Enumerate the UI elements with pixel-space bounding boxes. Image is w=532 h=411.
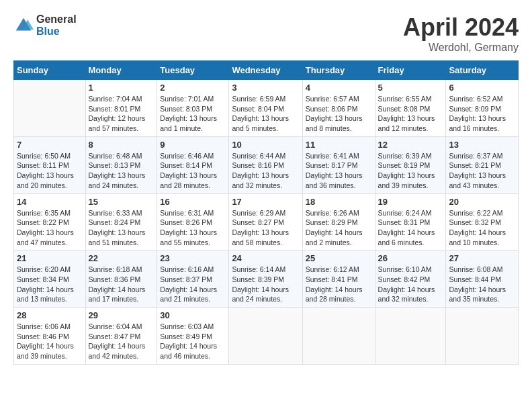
calendar-cell bbox=[446, 308, 519, 365]
day-number: 2 bbox=[160, 83, 226, 93]
day-info: Sunrise: 6:31 AMSunset: 8:26 PMDaylight:… bbox=[160, 208, 226, 248]
day-info: Sunrise: 6:41 AMSunset: 8:17 PMDaylight:… bbox=[306, 151, 372, 191]
header-saturday: Saturday bbox=[446, 61, 519, 80]
day-info: Sunrise: 6:44 AMSunset: 8:16 PMDaylight:… bbox=[232, 151, 299, 191]
day-number: 20 bbox=[449, 197, 515, 207]
day-info: Sunrise: 6:22 AMSunset: 8:32 PMDaylight:… bbox=[449, 208, 515, 248]
calendar-cell: 28Sunrise: 6:06 AMSunset: 8:46 PMDayligh… bbox=[14, 308, 86, 365]
day-info: Sunrise: 6:14 AMSunset: 8:39 PMDaylight:… bbox=[232, 265, 299, 304]
logo: General Blue bbox=[13, 13, 77, 37]
calendar-cell: 12Sunrise: 6:39 AMSunset: 8:19 PMDayligh… bbox=[375, 136, 446, 193]
day-info: Sunrise: 6:48 AMSunset: 8:13 PMDaylight:… bbox=[89, 151, 154, 191]
calendar-cell: 11Sunrise: 6:41 AMSunset: 8:17 PMDayligh… bbox=[302, 136, 375, 193]
day-number: 11 bbox=[306, 140, 372, 150]
day-info: Sunrise: 6:10 AMSunset: 8:42 PMDaylight:… bbox=[378, 265, 443, 304]
day-info: Sunrise: 6:29 AMSunset: 8:27 PMDaylight:… bbox=[232, 208, 299, 248]
calendar-location: Werdohl, Germany bbox=[403, 42, 519, 54]
header-sunday: Sunday bbox=[14, 61, 86, 80]
day-info: Sunrise: 6:46 AMSunset: 8:14 PMDaylight:… bbox=[160, 151, 226, 191]
title-block: April 2024 Werdohl, Germany bbox=[403, 13, 519, 54]
day-info: Sunrise: 6:12 AMSunset: 8:41 PMDaylight:… bbox=[306, 265, 372, 304]
calendar-week-2: 7Sunrise: 6:50 AMSunset: 8:11 PMDaylight… bbox=[14, 136, 519, 193]
day-number: 5 bbox=[378, 83, 443, 93]
calendar-cell: 2Sunrise: 7:01 AMSunset: 8:03 PMDaylight… bbox=[157, 80, 229, 137]
calendar-header-row: SundayMondayTuesdayWednesdayThursdayFrid… bbox=[14, 61, 519, 80]
day-info: Sunrise: 6:20 AMSunset: 8:34 PMDaylight:… bbox=[17, 265, 83, 304]
calendar-cell: 4Sunrise: 6:57 AMSunset: 8:06 PMDaylight… bbox=[302, 80, 375, 137]
day-info: Sunrise: 6:04 AMSunset: 8:47 PMDaylight:… bbox=[89, 322, 154, 361]
calendar-cell bbox=[229, 308, 302, 365]
day-number: 12 bbox=[378, 140, 443, 150]
logo-general-text: General bbox=[36, 13, 77, 26]
day-info: Sunrise: 6:35 AMSunset: 8:22 PMDaylight:… bbox=[17, 208, 83, 248]
calendar-week-5: 28Sunrise: 6:06 AMSunset: 8:46 PMDayligh… bbox=[14, 308, 519, 365]
calendar-cell: 8Sunrise: 6:48 AMSunset: 8:13 PMDaylight… bbox=[85, 136, 157, 193]
day-info: Sunrise: 6:50 AMSunset: 8:11 PMDaylight:… bbox=[17, 151, 83, 191]
logo-icon bbox=[13, 15, 34, 36]
calendar-cell: 25Sunrise: 6:12 AMSunset: 8:41 PMDayligh… bbox=[302, 250, 375, 308]
day-number: 25 bbox=[306, 253, 372, 263]
day-number: 27 bbox=[449, 253, 515, 263]
day-number: 6 bbox=[449, 83, 515, 93]
day-info: Sunrise: 6:03 AMSunset: 8:49 PMDaylight:… bbox=[160, 322, 226, 361]
calendar-cell: 29Sunrise: 6:04 AMSunset: 8:47 PMDayligh… bbox=[85, 308, 157, 365]
page-header: General Blue April 2024 Werdohl, Germany bbox=[13, 13, 519, 54]
calendar-cell: 27Sunrise: 6:08 AMSunset: 8:44 PMDayligh… bbox=[446, 250, 519, 308]
day-number: 7 bbox=[17, 140, 83, 150]
calendar-cell: 5Sunrise: 6:55 AMSunset: 8:08 PMDaylight… bbox=[375, 80, 446, 137]
calendar-table: SundayMondayTuesdayWednesdayThursdayFrid… bbox=[13, 60, 519, 365]
calendar-title: April 2024 bbox=[403, 13, 519, 42]
day-number: 17 bbox=[232, 197, 299, 207]
calendar-cell bbox=[375, 308, 446, 365]
day-number: 9 bbox=[160, 140, 226, 150]
calendar-cell: 20Sunrise: 6:22 AMSunset: 8:32 PMDayligh… bbox=[446, 193, 519, 250]
day-number: 10 bbox=[232, 140, 299, 150]
header-friday: Friday bbox=[375, 61, 446, 80]
header-monday: Monday bbox=[85, 61, 157, 80]
day-number: 24 bbox=[232, 253, 299, 263]
day-info: Sunrise: 6:57 AMSunset: 8:06 PMDaylight:… bbox=[306, 94, 372, 134]
calendar-cell: 26Sunrise: 6:10 AMSunset: 8:42 PMDayligh… bbox=[375, 250, 446, 308]
day-number: 22 bbox=[89, 253, 154, 263]
calendar-cell: 16Sunrise: 6:31 AMSunset: 8:26 PMDayligh… bbox=[157, 193, 229, 250]
day-info: Sunrise: 7:01 AMSunset: 8:03 PMDaylight:… bbox=[160, 94, 226, 134]
day-info: Sunrise: 6:55 AMSunset: 8:08 PMDaylight:… bbox=[378, 94, 443, 134]
day-info: Sunrise: 6:37 AMSunset: 8:21 PMDaylight:… bbox=[449, 151, 515, 191]
day-number: 3 bbox=[232, 83, 299, 93]
day-info: Sunrise: 6:06 AMSunset: 8:46 PMDaylight:… bbox=[17, 322, 83, 361]
day-number: 21 bbox=[17, 253, 83, 263]
calendar-cell: 10Sunrise: 6:44 AMSunset: 8:16 PMDayligh… bbox=[229, 136, 302, 193]
day-info: Sunrise: 6:16 AMSunset: 8:37 PMDaylight:… bbox=[160, 265, 226, 304]
calendar-cell: 1Sunrise: 7:04 AMSunset: 8:01 PMDaylight… bbox=[85, 80, 157, 137]
day-info: Sunrise: 6:18 AMSunset: 8:36 PMDaylight:… bbox=[89, 265, 154, 304]
calendar-cell: 14Sunrise: 6:35 AMSunset: 8:22 PMDayligh… bbox=[14, 193, 86, 250]
calendar-cell: 13Sunrise: 6:37 AMSunset: 8:21 PMDayligh… bbox=[446, 136, 519, 193]
day-info: Sunrise: 6:39 AMSunset: 8:19 PMDaylight:… bbox=[378, 151, 443, 191]
calendar-week-4: 21Sunrise: 6:20 AMSunset: 8:34 PMDayligh… bbox=[14, 250, 519, 308]
day-info: Sunrise: 7:04 AMSunset: 8:01 PMDaylight:… bbox=[89, 94, 154, 134]
day-number: 15 bbox=[89, 197, 154, 207]
calendar-cell: 15Sunrise: 6:33 AMSunset: 8:24 PMDayligh… bbox=[85, 193, 157, 250]
calendar-cell: 23Sunrise: 6:16 AMSunset: 8:37 PMDayligh… bbox=[157, 250, 229, 308]
day-info: Sunrise: 6:33 AMSunset: 8:24 PMDaylight:… bbox=[89, 208, 154, 248]
day-number: 13 bbox=[449, 140, 515, 150]
day-info: Sunrise: 6:24 AMSunset: 8:31 PMDaylight:… bbox=[378, 208, 443, 248]
day-number: 28 bbox=[17, 310, 83, 320]
calendar-cell: 21Sunrise: 6:20 AMSunset: 8:34 PMDayligh… bbox=[14, 250, 86, 308]
calendar-cell: 24Sunrise: 6:14 AMSunset: 8:39 PMDayligh… bbox=[229, 250, 302, 308]
calendar-cell: 9Sunrise: 6:46 AMSunset: 8:14 PMDaylight… bbox=[157, 136, 229, 193]
logo-text: General Blue bbox=[36, 13, 77, 37]
header-thursday: Thursday bbox=[302, 61, 375, 80]
calendar-cell: 19Sunrise: 6:24 AMSunset: 8:31 PMDayligh… bbox=[375, 193, 446, 250]
day-number: 19 bbox=[378, 197, 443, 207]
calendar-cell: 6Sunrise: 6:52 AMSunset: 8:09 PMDaylight… bbox=[446, 80, 519, 137]
day-info: Sunrise: 6:52 AMSunset: 8:09 PMDaylight:… bbox=[449, 94, 515, 134]
day-number: 29 bbox=[89, 310, 154, 320]
header-tuesday: Tuesday bbox=[157, 61, 229, 80]
calendar-week-3: 14Sunrise: 6:35 AMSunset: 8:22 PMDayligh… bbox=[14, 193, 519, 250]
day-number: 14 bbox=[17, 197, 83, 207]
calendar-cell: 17Sunrise: 6:29 AMSunset: 8:27 PMDayligh… bbox=[229, 193, 302, 250]
calendar-cell: 22Sunrise: 6:18 AMSunset: 8:36 PMDayligh… bbox=[85, 250, 157, 308]
day-info: Sunrise: 6:59 AMSunset: 8:04 PMDaylight:… bbox=[232, 94, 299, 134]
calendar-cell bbox=[302, 308, 375, 365]
